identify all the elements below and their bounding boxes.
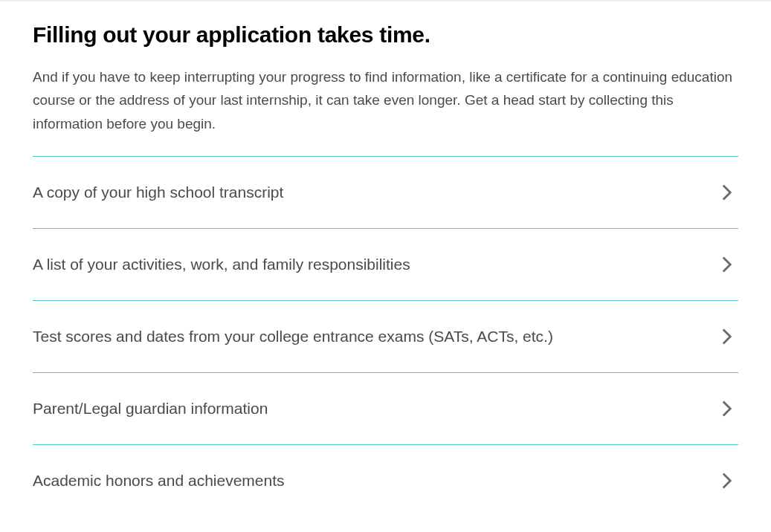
accordion-item-guardian-info[interactable]: Parent/Legal guardian information [33,372,738,444]
accordion-item-label: Parent/Legal guardian information [33,400,268,418]
accordion-item-label: Academic honors and achievements [33,472,285,490]
accordion-item-label: A list of your activities, work, and fam… [33,256,410,273]
accordion-item-label: Test scores and dates from your college … [33,328,553,346]
accordion-item-transcript[interactable]: A copy of your high school transcript [33,156,738,228]
page-title: Filling out your application takes time. [33,22,738,48]
chevron-right-icon [719,257,734,272]
accordion-item-label: A copy of your high school transcript [33,184,283,201]
accordion-item-honors[interactable]: Academic honors and achievements [33,444,738,516]
accordion-item-activities[interactable]: A list of your activities, work, and fam… [33,228,738,300]
chevron-right-icon [719,185,734,200]
accordion-item-test-scores[interactable]: Test scores and dates from your college … [33,300,738,372]
accordion-list: A copy of your high school transcript A … [33,156,738,516]
top-divider [0,0,771,1]
chevron-right-icon [719,329,734,344]
chevron-right-icon [719,473,734,488]
intro-paragraph: And if you have to keep interrupting you… [33,65,738,135]
chevron-right-icon [719,401,734,416]
